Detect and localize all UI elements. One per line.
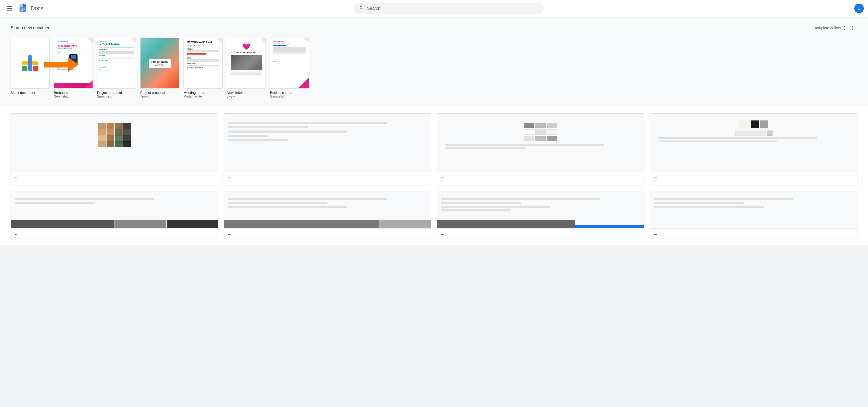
heart-icon-wrap — [242, 43, 250, 50]
template-item-newsletter[interactable]: We have a surprise! Newsletter Lively — [227, 38, 266, 98]
letter-thumb: Your Company 123 Your Street • Your City… — [270, 38, 309, 89]
template-item-proposal-tropic[interactable]: Project Name Sina liso Sep 10, 2025 Proj… — [140, 38, 179, 98]
doc-thumb-5 — [11, 191, 218, 228]
swatch — [123, 135, 131, 141]
m-line8 — [187, 69, 219, 69]
tropic-title: Project Name — [151, 60, 168, 63]
bar7b — [575, 225, 644, 228]
blur-8a — [654, 198, 794, 200]
l-line6 — [273, 53, 306, 53]
l-line4 — [273, 50, 306, 51]
newsletter-title: We have a surprise! — [229, 52, 264, 54]
doc-card-6[interactable]: ... — [224, 191, 431, 239]
blur-7b — [441, 202, 521, 204]
doc-info-8: ... — [650, 228, 857, 239]
l-line1 — [273, 47, 306, 48]
doc-card-8[interactable]: ... — [650, 191, 858, 239]
cb — [751, 121, 759, 128]
doc-card-4[interactable]: ... ... — [650, 113, 858, 186]
swatch — [123, 141, 131, 147]
dark-bars-7 — [437, 220, 644, 228]
template-item-brochure[interactable]: Your Company 123 Your Street • Your City… — [54, 38, 93, 98]
doc-card-2[interactable]: ... ... — [224, 113, 431, 186]
docs-logo[interactable]: Docs — [18, 3, 43, 14]
doc-name-4: ... — [654, 175, 853, 179]
doc-info-7: ... — [437, 228, 644, 239]
brochure-title: Product Brochure — [57, 44, 90, 47]
doc-thumb-3 — [437, 114, 644, 171]
doc-thumb-1 — [11, 114, 218, 171]
template-item-letter[interactable]: Your Company 123 Your Street • Your City… — [270, 38, 309, 98]
meeting-thumb: MEETING NAME 09/04 Date: Sep 4, 2025 | L… — [184, 38, 222, 89]
blur-8c — [654, 206, 764, 208]
g-block — [524, 129, 534, 135]
heart-icon — [242, 43, 250, 50]
plus-vertical — [28, 55, 32, 71]
search-inner — [354, 3, 544, 14]
doc-info-6: ... — [224, 228, 431, 239]
spearmint-co: Your Company — [99, 40, 134, 42]
search-input[interactable] — [367, 6, 538, 11]
doc-meta-3: ... — [441, 179, 640, 182]
letter-corner — [298, 78, 309, 88]
l-line10 — [273, 57, 306, 57]
blur-7d — [441, 209, 511, 211]
g-block — [547, 136, 557, 141]
brochure-body: Lorem ipsum dolor sit amet consectetur a… — [57, 50, 90, 53]
brochure-content: Your Company 123 Your Street • Your City… — [54, 38, 93, 88]
main-content: Start a new document Template gallery — [0, 17, 868, 245]
sp-line1 — [99, 51, 134, 52]
spearmint-label: Project proposal — [97, 91, 122, 95]
app-header: Docs U — [0, 0, 868, 17]
brochure-sublabel: Geometric — [54, 95, 68, 98]
l-line7 — [273, 54, 306, 54]
sp-line4 — [99, 57, 134, 58]
spearmint-submit: Done for Approval — [99, 69, 134, 71]
blur-7c — [441, 206, 551, 208]
bar6a — [224, 220, 379, 228]
template-gallery-button[interactable]: Template gallery — [814, 26, 847, 30]
doc-info-4: ... ... — [650, 171, 857, 186]
doc-info-3: ... ... — [437, 171, 644, 186]
newsletter-thumb: We have a surprise! — [227, 38, 266, 89]
blur-block-4a — [658, 137, 817, 139]
nl-line1 — [230, 71, 262, 71]
m-line1 — [187, 50, 219, 51]
menu-button[interactable] — [4, 3, 15, 14]
brochure-subtitle: Product Overview — [57, 48, 90, 49]
blur-block-2a — [228, 122, 387, 124]
swatch — [106, 141, 115, 147]
doc-info-1: ... ... — [11, 171, 218, 186]
brochure-image-wrap — [57, 54, 90, 66]
blur-block-2b — [228, 126, 308, 128]
template-item-meeting[interactable]: MEETING NAME 09/04 Date: Sep 4, 2025 | L… — [184, 38, 222, 98]
blank-thumb — [10, 38, 50, 89]
sp-line7 — [99, 63, 134, 63]
more-options-button[interactable] — [848, 23, 858, 33]
m-line3 — [187, 56, 219, 56]
g-block — [547, 123, 557, 128]
sp-line3 — [99, 53, 134, 54]
template-item-blank[interactable]: Blank document — [10, 38, 50, 98]
doc-info-2: ... ... — [224, 171, 431, 186]
plus-green — [22, 66, 27, 71]
template-section: Start a new document Template gallery — [0, 17, 868, 107]
blur-6c — [228, 206, 347, 208]
gray-grid-3 — [524, 123, 557, 141]
doc-card-7[interactable]: ... — [437, 191, 644, 239]
letter-title: Your Title — [273, 61, 306, 62]
doc-card-5[interactable]: ... — [10, 191, 218, 239]
template-item-proposal-spearmint[interactable]: Your Company Project Name OVERVIEW BUDGE… — [97, 38, 136, 98]
swatch — [98, 141, 106, 147]
doc-card-1[interactable]: ... ... — [10, 113, 218, 186]
user-avatar[interactable]: U — [854, 4, 864, 13]
swatch — [115, 135, 123, 141]
doc-card-3[interactable]: ... ... — [437, 113, 644, 186]
newsletter-image — [231, 55, 262, 70]
letter-label: Business letter — [270, 91, 292, 95]
doc-name-8: ... — [654, 232, 853, 236]
newsletter-content: We have a surprise! — [227, 38, 266, 77]
plus-icon — [22, 55, 38, 71]
blur-6b — [228, 202, 328, 204]
g-block — [524, 123, 534, 128]
